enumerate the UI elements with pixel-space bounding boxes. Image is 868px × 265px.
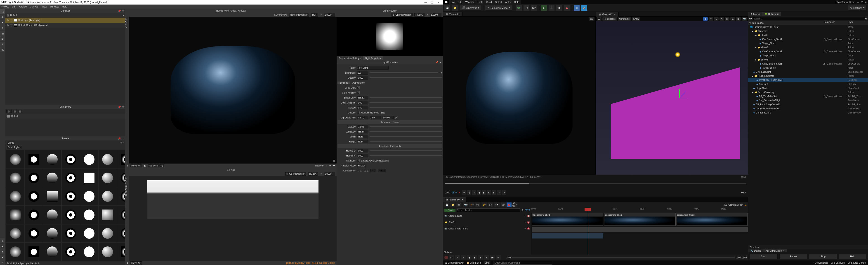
pause-icon[interactable]: ⏸ [549,5,555,11]
lightlist-row-rect[interactable]: 👁 ⬚ Rect Light [AreaLight] [5,18,125,23]
preset-thumb[interactable] [6,151,24,168]
ue-menu-edit[interactable]: Edit [458,1,462,3]
seq-playhead[interactable] [588,208,588,255]
add-icon[interactable]: + [524,228,526,230]
eye-icon[interactable]: 👁 [749,22,751,24]
preset-thumb[interactable] [25,187,43,206]
vp-snap-icon[interactable]: ⊞ [725,17,730,21]
cinematic-button[interactable]: 🎬Cinematic▾ [460,5,481,11]
preset-thumb[interactable] [43,187,61,206]
camvis-check[interactable]: ✓ [357,91,360,94]
expand-icon[interactable]: ▸ [752,30,753,32]
pin-icon[interactable]: 📌 [118,106,121,108]
seq-play-rev-icon[interactable]: ◀ [467,255,471,260]
launch-icon[interactable]: 🚀 [581,5,587,11]
hdrls-tab[interactable]: Hdr Light Studio✕ [763,249,787,252]
preset-thumb[interactable] [98,206,117,224]
preset-thumb[interactable] [80,206,98,224]
to-start-icon[interactable]: ⏮ [462,190,466,195]
exposure-icon[interactable]: ☀ [320,14,322,16]
tool-area[interactable]: ▦ [0,31,5,36]
vp-perspective[interactable]: Perspective [602,17,617,21]
seq-to-start-icon[interactable]: ⏮ [449,255,454,260]
brightness-slider[interactable] [370,72,438,73]
viewport-tab-1[interactable]: ▦Viewport 1 [443,12,463,16]
canvas-exposure[interactable] [324,172,335,176]
preset-thumb[interactable] [25,224,43,243]
maximize-icon[interactable]: ▢ [429,1,435,4]
source-control-button[interactable]: ⎇ Source Control [848,262,866,264]
vp-angle-icon[interactable]: ∠ [730,17,735,21]
preset-thumb[interactable] [25,243,43,261]
close-icon[interactable]: ✕ [122,9,124,12]
seq-save-icon[interactable]: 💾 [444,203,450,207]
handleu-slider[interactable] [370,150,442,151]
close-icon[interactable]: ✕ [782,249,784,252]
preset-thumb[interactable] [117,224,125,243]
lightlist-row-bg[interactable]: 👁 ⬚ Default Gradient Background [5,23,125,28]
opacity-slider[interactable] [370,77,442,78]
close-icon[interactable]: ✕ [435,1,441,4]
pause-button[interactable]: Pause [779,254,807,259]
preset-thumb[interactable] [6,243,24,261]
eye-icon[interactable]: 👁 [7,24,9,26]
expand-icon[interactable]: ▸ [755,58,756,61]
playbar-next-icon[interactable]: ⮕ [333,164,335,167]
ue-menu-build[interactable]: Build [487,1,492,3]
mode-button[interactable]: 🖱Selection Mode▾ [485,5,512,11]
adj-3[interactable]: ⬚ [364,169,366,172]
derived-data-button[interactable]: ▫ Derived Data [813,262,828,264]
eject-icon[interactable]: ⏏ [564,5,570,11]
prop-dollymult[interactable] [357,101,368,104]
looks-menu-3[interactable]: ▤ [18,110,22,113]
lp-srgb[interactable]: sRGB [rgbMonitor] [392,13,412,17]
preset-thumb[interactable] [6,206,24,224]
lock-icon[interactable]: ⬚ [10,24,12,26]
filter-icon[interactable]: ⚙▾ [749,18,752,20]
lock-icon[interactable]: 🔒 [744,204,747,206]
pin-icon[interactable]: 📌 [118,9,121,12]
prop-lon[interactable] [357,130,368,133]
eye-icon[interactable]: 👁 [7,19,9,22]
preset-thumb[interactable] [80,169,98,187]
mute-icon[interactable]: 🔇 [527,215,530,217]
tab-render-settings[interactable]: Render View Settings [337,56,363,60]
tool-fit[interactable]: ⬚ [0,9,5,14]
vp-show[interactable]: Show [632,17,640,21]
close-icon[interactable]: ✕ [777,13,779,16]
render-canvas[interactable]: 🅤 [129,17,337,163]
sequencer-shot[interactable]: CineCamera_Shot1 [532,213,603,226]
expand-icon[interactable]: ▸ [755,46,756,49]
settings-tab[interactable]: Settings [338,82,350,84]
playbar-play-icon[interactable]: ⏸ [325,164,328,167]
canvas-move[interactable]: Move (W) [130,261,142,265]
browse-icon[interactable]: 📁 [452,5,458,11]
seq-key-icon[interactable]: 🔑▾ [482,203,487,207]
render-view-select[interactable]: None [rgbMonitor] [289,13,309,17]
seq-play-icon[interactable]: ▶ [472,255,477,260]
outliner-row[interactable]: ◆ Target_Shot2Actor [748,53,868,57]
preset-thumb[interactable] [62,187,80,206]
output-log-button[interactable]: 📜 Output Log [466,262,481,264]
outliner-row[interactable]: ▸📁 shot03Folder [748,57,868,61]
preset-filter-studio[interactable]: StudioLights [7,145,22,149]
expand-icon[interactable]: ▸ [752,91,753,94]
reflect-icon[interactable]: ◐ [144,164,146,167]
lightlist-default[interactable]: ▤ Default ▾ [5,13,125,18]
outliner-row[interactable]: ◆ CineCamera_Shot2LS_CameraMotionCineCam… [748,49,868,53]
layers-tab[interactable]: ≣Layers [748,12,762,16]
seq-curve-icon[interactable]: ～▾ [494,203,499,207]
seq-snap-icon[interactable]: 🧲 [506,203,512,207]
crosshair-icon[interactable]: ✛ [127,164,128,167]
filter-icon[interactable]: ⚙ [522,209,524,212]
canvas-area[interactable] [129,176,337,261]
appearance-tab[interactable]: Appearance [350,82,367,84]
preset-thumb[interactable] [80,243,98,261]
expand-icon[interactable]: ▸ [755,34,756,36]
tab-light-properties[interactable]: Light Properties [363,56,383,60]
preset-thumb[interactable] [80,187,98,206]
looks-menu-2[interactable]: ▤ [13,110,17,113]
preset-thumb[interactable] [117,187,125,206]
height-slider[interactable] [370,141,442,142]
seq-cam-icon[interactable]: 📷▾ [463,203,468,207]
